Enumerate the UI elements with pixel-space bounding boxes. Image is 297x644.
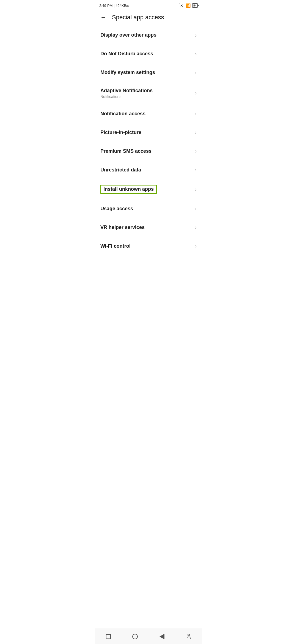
status-time-speed: 2:49 PM | 494KB/s: [99, 4, 129, 8]
status-time: 2:49 PM: [99, 4, 112, 8]
menu-item-adaptive-notifications[interactable]: Adaptive NotificationsNotifications›: [95, 82, 202, 104]
menu-item-premium-sms-access[interactable]: Premium SMS access›: [95, 142, 202, 160]
chevron-icon-display-over-other-apps: ›: [195, 32, 197, 38]
menu-item-content-install-unknown-apps: Install unknown apps: [100, 185, 193, 194]
menu-item-subtitle-adaptive-notifications: Notifications: [100, 94, 193, 99]
menu-item-title-modify-system-settings: Modify system settings: [100, 69, 193, 76]
menu-item-content-wifi-control: Wi-Fi control: [100, 243, 193, 249]
page-title: Special app access: [112, 14, 164, 21]
chevron-icon-do-not-disturb-access: ›: [195, 51, 197, 57]
menu-item-notification-access[interactable]: Notification access›: [95, 104, 202, 123]
status-icons: ✕ 📶 94: [179, 3, 198, 8]
menu-item-content-notification-access: Notification access: [100, 111, 193, 117]
menu-item-title-wifi-control: Wi-Fi control: [100, 243, 193, 249]
status-bar: 2:49 PM | 494KB/s ✕ 📶 94: [95, 0, 202, 10]
menu-item-content-adaptive-notifications: Adaptive NotificationsNotifications: [100, 88, 193, 99]
chevron-icon-install-unknown-apps: ›: [195, 187, 197, 192]
chevron-icon-modify-system-settings: ›: [195, 70, 197, 76]
menu-item-content-display-over-other-apps: Display over other apps: [100, 32, 193, 38]
status-speed: 494KB/s: [116, 4, 129, 8]
menu-item-install-unknown-apps[interactable]: Install unknown apps›: [95, 179, 202, 199]
menu-item-content-picture-in-picture: Picture-in-picture: [100, 129, 193, 136]
status-separator: |: [114, 4, 116, 8]
wifi-icon: 📶: [186, 3, 191, 8]
page-header: ← Special app access: [95, 10, 202, 26]
chevron-icon-wifi-control: ›: [195, 243, 197, 249]
menu-list: Display over other apps›Do Not Disturb a…: [95, 26, 202, 256]
chevron-icon-unrestricted-data: ›: [195, 167, 197, 173]
chevron-icon-picture-in-picture: ›: [195, 130, 197, 135]
menu-content: Display over other apps›Do Not Disturb a…: [95, 26, 202, 271]
chevron-icon-notification-access: ›: [195, 111, 197, 117]
chevron-icon-usage-access: ›: [195, 206, 197, 212]
battery-icon: 94: [192, 3, 198, 8]
menu-item-title-premium-sms-access: Premium SMS access: [100, 148, 193, 154]
menu-item-title-install-unknown-apps: Install unknown apps: [100, 185, 157, 194]
menu-item-title-display-over-other-apps: Display over other apps: [100, 32, 193, 38]
chevron-icon-adaptive-notifications: ›: [195, 90, 197, 96]
menu-item-content-modify-system-settings: Modify system settings: [100, 69, 193, 76]
menu-item-title-do-not-disturb-access: Do Not Disturb access: [100, 51, 193, 57]
menu-item-do-not-disturb-access[interactable]: Do Not Disturb access›: [95, 45, 202, 63]
back-button[interactable]: ←: [99, 13, 108, 21]
menu-item-display-over-other-apps[interactable]: Display over other apps›: [95, 26, 202, 45]
chevron-icon-premium-sms-access: ›: [195, 148, 197, 154]
menu-item-content-usage-access: Usage access: [100, 206, 193, 212]
menu-item-content-unrestricted-data: Unrestricted data: [100, 167, 193, 173]
menu-item-content-premium-sms-access: Premium SMS access: [100, 148, 193, 154]
menu-item-title-notification-access: Notification access: [100, 111, 193, 117]
menu-item-content-do-not-disturb-access: Do Not Disturb access: [100, 51, 193, 57]
menu-item-title-unrestricted-data: Unrestricted data: [100, 167, 193, 173]
menu-item-content-vr-helper-services: VR helper services: [100, 224, 193, 231]
back-arrow-icon: ←: [100, 14, 106, 20]
menu-item-usage-access[interactable]: Usage access›: [95, 200, 202, 218]
menu-item-title-usage-access: Usage access: [100, 206, 193, 212]
menu-item-wifi-control[interactable]: Wi-Fi control›: [95, 237, 202, 256]
close-icon: ✕: [179, 3, 184, 8]
menu-item-unrestricted-data[interactable]: Unrestricted data›: [95, 160, 202, 179]
chevron-icon-vr-helper-services: ›: [195, 225, 197, 230]
menu-item-picture-in-picture[interactable]: Picture-in-picture›: [95, 123, 202, 142]
menu-item-title-picture-in-picture: Picture-in-picture: [100, 129, 193, 136]
menu-item-vr-helper-services[interactable]: VR helper services›: [95, 218, 202, 237]
menu-item-modify-system-settings[interactable]: Modify system settings›: [95, 63, 202, 82]
menu-item-title-vr-helper-services: VR helper services: [100, 224, 193, 231]
menu-item-title-adaptive-notifications: Adaptive Notifications: [100, 88, 193, 94]
